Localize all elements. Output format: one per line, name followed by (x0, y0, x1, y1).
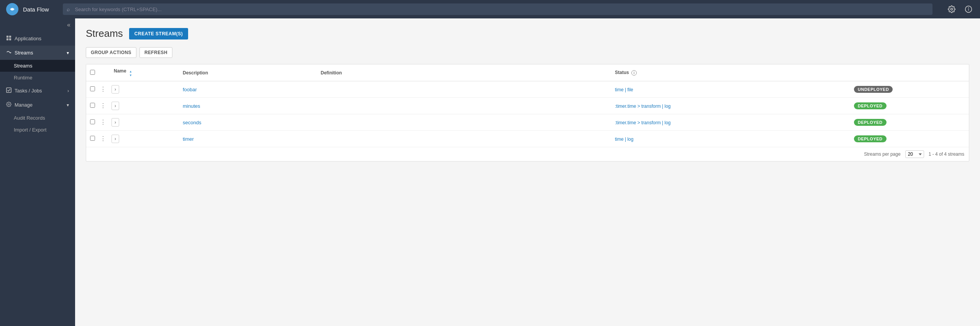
table-row: ⋮ › foobar time | file UNDEPLOYED (86, 81, 969, 98)
definition-value: time | log (615, 137, 633, 142)
main-content: Streams CREATE STREAM(S) GROUP ACTIONS R… (75, 18, 980, 326)
row-definition-cell: time | log (610, 131, 849, 147)
row-expand-button[interactable]: › (111, 118, 119, 127)
row-actions-button[interactable]: ⋮ (98, 135, 108, 143)
status-badge: DEPLOYED (854, 119, 887, 126)
status-badge: DEPLOYED (854, 102, 887, 109)
streams-chevron: ▾ (67, 50, 69, 56)
applications-label: Applications (15, 36, 69, 41)
stream-name-link[interactable]: seconds (183, 120, 201, 125)
definition-value: :timer.time > transform | log (615, 104, 671, 109)
stream-name-link[interactable]: foobar (183, 87, 197, 92)
sidebar-subitem-import-export[interactable]: Import / Export (0, 124, 75, 136)
svg-rect-7 (7, 38, 8, 40)
settings-button[interactable] (946, 4, 957, 15)
stream-name-link[interactable]: minutes (183, 103, 200, 109)
row-checkbox-cell (86, 114, 97, 131)
svg-point-1 (951, 8, 953, 10)
app-logo (6, 3, 18, 15)
page-title: Streams (86, 28, 123, 40)
stream-name-link[interactable]: timer (183, 136, 194, 142)
row-checkbox[interactable] (90, 119, 95, 124)
import-export-label: Import / Export (14, 127, 46, 133)
row-expand-cell: › (109, 114, 178, 131)
row-actions-button[interactable]: ⋮ (98, 119, 108, 126)
svg-rect-8 (9, 38, 11, 40)
row-checkbox[interactable] (90, 136, 95, 141)
col-header-checkbox (86, 64, 97, 81)
sidebar-subitem-streams[interactable]: Streams (0, 60, 75, 72)
manage-icon (6, 102, 11, 108)
row-expand-button[interactable]: › (111, 85, 119, 94)
sidebar-item-tasks[interactable]: Tasks / Jobs › (0, 84, 75, 98)
row-name-cell: seconds (178, 114, 316, 131)
sidebar-item-streams[interactable]: Streams ▾ (0, 46, 75, 60)
col-header-definition: Definition (316, 64, 610, 81)
sidebar-collapse[interactable]: « (0, 18, 75, 31)
collapse-button[interactable]: « (67, 21, 70, 28)
row-actions-cell: ⋮ (97, 81, 109, 98)
topbar-actions (946, 4, 974, 15)
tasks-chevron: › (67, 88, 69, 94)
manage-chevron: ▾ (67, 102, 69, 108)
sidebar-subitem-runtime[interactable]: Runtime (0, 72, 75, 84)
info-button[interactable] (963, 4, 974, 15)
per-page-select[interactable]: 20 10 50 100 (905, 150, 924, 158)
row-checkbox-cell (86, 98, 97, 114)
topbar: Data Flow ⌕ (0, 0, 980, 18)
row-checkbox[interactable] (90, 103, 95, 108)
col-header-description: Description (178, 64, 316, 81)
definition-value: :timer.time > transform | log (615, 120, 671, 125)
sort-asc-icon: ▲ (129, 70, 132, 73)
row-status-cell: DEPLOYED (849, 98, 969, 114)
row-status-cell: DEPLOYED (849, 131, 969, 147)
row-checkbox[interactable] (90, 86, 95, 91)
col-header-name[interactable]: Name ▲ ▼ (109, 64, 178, 81)
row-expand-cell: › (109, 131, 178, 147)
name-sort-icons[interactable]: ▲ ▼ (129, 70, 132, 77)
col-header-status: Status i (610, 64, 849, 81)
sidebar-item-applications[interactable]: Applications (0, 31, 75, 46)
applications-icon (6, 35, 11, 42)
select-all-checkbox[interactable] (90, 70, 95, 75)
definition-value: time | file (615, 87, 633, 92)
sidebar: « Applications Streams ▾ (0, 18, 75, 326)
create-stream-button[interactable]: CREATE STREAM(S) (129, 28, 188, 40)
tasks-label: Tasks / Jobs (15, 88, 64, 94)
row-name-cell: timer (178, 131, 316, 147)
per-page-label: Streams per page (864, 151, 900, 157)
row-expand-button[interactable]: › (111, 102, 119, 110)
streams-icon (6, 49, 11, 56)
row-expand-cell: › (109, 98, 178, 114)
audit-label: Audit Records (14, 115, 45, 121)
row-actions-cell: ⋮ (97, 98, 109, 114)
refresh-button[interactable]: REFRESH (139, 47, 172, 58)
search-bar[interactable]: ⌕ (63, 3, 932, 15)
sidebar-subitem-audit[interactable]: Audit Records (0, 112, 75, 124)
row-checkbox-cell (86, 81, 97, 98)
search-input[interactable] (63, 3, 932, 15)
table-row: ⋮ › seconds :timer.time > transform | lo… (86, 114, 969, 131)
col-header-expand (97, 64, 109, 81)
row-actions-button[interactable]: ⋮ (98, 86, 108, 93)
status-badge: UNDEPLOYED (854, 86, 893, 93)
row-actions-cell: ⋮ (97, 114, 109, 131)
status-badge: DEPLOYED (854, 135, 887, 142)
sidebar-item-manage[interactable]: Manage ▾ (0, 98, 75, 112)
row-actions-button[interactable]: ⋮ (98, 102, 108, 110)
row-actions-cell: ⋮ (97, 131, 109, 147)
page-header: Streams CREATE STREAM(S) (86, 28, 969, 40)
group-actions-button[interactable]: GROUP ACTIONS (86, 47, 136, 58)
status-info-icon[interactable]: i (631, 70, 637, 76)
row-expand-cell: › (109, 81, 178, 98)
tasks-icon (6, 87, 11, 94)
row-description-cell (316, 81, 610, 98)
row-definition-cell: time | file (610, 81, 849, 98)
toolbar: GROUP ACTIONS REFRESH (86, 47, 969, 58)
row-status-cell: UNDEPLOYED (849, 81, 969, 98)
runtime-label: Runtime (14, 75, 32, 81)
row-description-cell (316, 114, 610, 131)
row-name-cell: minutes (178, 98, 316, 114)
row-expand-button[interactable]: › (111, 135, 119, 143)
row-definition-cell: :timer.time > transform | log (610, 114, 849, 131)
